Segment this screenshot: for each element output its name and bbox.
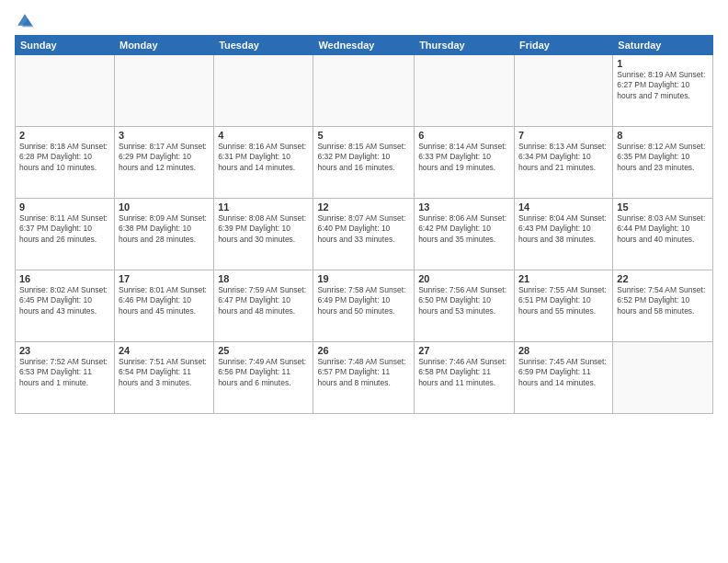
calendar-table: SundayMondayTuesdayWednesdayThursdayFrid… [15, 35, 713, 414]
day-info: Sunrise: 7:55 AM Sunset: 6:51 PM Dayligh… [518, 285, 609, 316]
calendar-cell: 1Sunrise: 8:19 AM Sunset: 6:27 PM Daylig… [613, 55, 713, 127]
calendar-cell: 14Sunrise: 8:04 AM Sunset: 6:43 PM Dayli… [514, 199, 612, 270]
calendar-cell: 3Sunrise: 8:17 AM Sunset: 6:29 PM Daylig… [114, 127, 213, 199]
day-number: 13 [418, 201, 510, 213]
day-number: 6 [418, 130, 510, 141]
day-number: 21 [518, 273, 609, 284]
day-info: Sunrise: 7:51 AM Sunset: 6:54 PM Dayligh… [119, 357, 210, 388]
day-info: Sunrise: 8:18 AM Sunset: 6:28 PM Dayligh… [19, 142, 110, 173]
logo [15, 11, 39, 31]
day-number: 27 [418, 345, 510, 356]
day-number: 8 [617, 130, 709, 141]
calendar-cell: 8Sunrise: 8:12 AM Sunset: 6:35 PM Daylig… [613, 127, 713, 199]
calendar-cell: 22Sunrise: 7:54 AM Sunset: 6:52 PM Dayli… [613, 270, 713, 342]
day-info: Sunrise: 7:56 AM Sunset: 6:50 PM Dayligh… [418, 285, 510, 316]
calendar-cell: 17Sunrise: 8:01 AM Sunset: 6:46 PM Dayli… [114, 270, 213, 342]
day-number: 12 [317, 201, 410, 213]
day-info: Sunrise: 7:46 AM Sunset: 6:58 PM Dayligh… [418, 357, 510, 388]
day-info: Sunrise: 8:04 AM Sunset: 6:43 PM Dayligh… [518, 213, 609, 245]
calendar-cell: 28Sunrise: 7:45 AM Sunset: 6:59 PM Dayli… [514, 342, 612, 414]
day-info: Sunrise: 7:45 AM Sunset: 6:59 PM Dayligh… [518, 357, 609, 388]
calendar-cell: 6Sunrise: 8:14 AM Sunset: 6:33 PM Daylig… [415, 127, 515, 199]
day-info: Sunrise: 8:09 AM Sunset: 6:38 PM Dayligh… [119, 213, 210, 245]
calendar-cell [613, 342, 713, 414]
calendar-cell: 12Sunrise: 8:07 AM Sunset: 6:40 PM Dayli… [313, 199, 415, 270]
weekday-header-monday: Monday [114, 36, 213, 55]
day-info: Sunrise: 8:07 AM Sunset: 6:40 PM Dayligh… [317, 213, 410, 245]
logo-icon [15, 11, 35, 31]
calendar-cell [16, 55, 115, 127]
day-number: 24 [119, 345, 210, 356]
day-info: Sunrise: 7:59 AM Sunset: 6:47 PM Dayligh… [218, 285, 309, 316]
weekday-header-saturday: Saturday [613, 36, 713, 55]
week-row-2: 2Sunrise: 8:18 AM Sunset: 6:28 PM Daylig… [16, 127, 713, 199]
day-number: 1 [617, 58, 709, 69]
day-number: 15 [617, 201, 709, 213]
day-number: 26 [317, 345, 410, 356]
calendar-cell: 4Sunrise: 8:16 AM Sunset: 6:31 PM Daylig… [214, 127, 313, 199]
calendar-cell: 24Sunrise: 7:51 AM Sunset: 6:54 PM Dayli… [114, 342, 213, 414]
weekday-header-tuesday: Tuesday [214, 36, 313, 55]
calendar-cell: 27Sunrise: 7:46 AM Sunset: 6:58 PM Dayli… [415, 342, 515, 414]
day-info: Sunrise: 7:49 AM Sunset: 6:56 PM Dayligh… [218, 357, 309, 388]
week-row-3: 9Sunrise: 8:11 AM Sunset: 6:37 PM Daylig… [16, 199, 713, 270]
week-row-5: 23Sunrise: 7:52 AM Sunset: 6:53 PM Dayli… [16, 342, 713, 414]
day-number: 28 [518, 345, 609, 356]
calendar-cell: 7Sunrise: 8:13 AM Sunset: 6:34 PM Daylig… [514, 127, 612, 199]
calendar-cell: 13Sunrise: 8:06 AM Sunset: 6:42 PM Dayli… [415, 199, 515, 270]
weekday-header-friday: Friday [514, 36, 612, 55]
day-number: 17 [119, 273, 210, 284]
day-info: Sunrise: 7:58 AM Sunset: 6:49 PM Dayligh… [317, 285, 410, 316]
day-number: 14 [518, 201, 609, 213]
day-number: 3 [119, 130, 210, 141]
calendar-cell [415, 55, 515, 127]
day-number: 11 [218, 201, 309, 213]
day-info: Sunrise: 7:52 AM Sunset: 6:53 PM Dayligh… [19, 357, 110, 388]
week-row-1: 1Sunrise: 8:19 AM Sunset: 6:27 PM Daylig… [16, 55, 713, 127]
weekday-header-row: SundayMondayTuesdayWednesdayThursdayFrid… [16, 36, 713, 55]
weekday-header-sunday: Sunday [16, 36, 115, 55]
day-number: 10 [119, 201, 210, 213]
day-number: 5 [317, 130, 410, 141]
day-number: 2 [19, 130, 110, 141]
day-number: 19 [317, 273, 410, 284]
calendar-cell: 11Sunrise: 8:08 AM Sunset: 6:39 PM Dayli… [214, 199, 313, 270]
day-info: Sunrise: 8:13 AM Sunset: 6:34 PM Dayligh… [518, 142, 609, 173]
calendar-cell: 21Sunrise: 7:55 AM Sunset: 6:51 PM Dayli… [514, 270, 612, 342]
day-info: Sunrise: 8:15 AM Sunset: 6:32 PM Dayligh… [317, 142, 410, 173]
calendar-cell: 16Sunrise: 8:02 AM Sunset: 6:45 PM Dayli… [16, 270, 115, 342]
calendar-cell [114, 55, 213, 127]
calendar-cell: 23Sunrise: 7:52 AM Sunset: 6:53 PM Dayli… [16, 342, 115, 414]
calendar-cell: 18Sunrise: 7:59 AM Sunset: 6:47 PM Dayli… [214, 270, 313, 342]
day-number: 20 [418, 273, 510, 284]
calendar-cell: 25Sunrise: 7:49 AM Sunset: 6:56 PM Dayli… [214, 342, 313, 414]
calendar-cell: 19Sunrise: 7:58 AM Sunset: 6:49 PM Dayli… [313, 270, 415, 342]
calendar-cell [514, 55, 612, 127]
calendar-cell: 5Sunrise: 8:15 AM Sunset: 6:32 PM Daylig… [313, 127, 415, 199]
day-number: 23 [19, 345, 110, 356]
day-number: 9 [19, 201, 110, 213]
calendar-cell: 2Sunrise: 8:18 AM Sunset: 6:28 PM Daylig… [16, 127, 115, 199]
day-number: 7 [518, 130, 609, 141]
calendar-cell: 20Sunrise: 7:56 AM Sunset: 6:50 PM Dayli… [415, 270, 515, 342]
day-info: Sunrise: 8:06 AM Sunset: 6:42 PM Dayligh… [418, 213, 510, 245]
calendar-cell: 9Sunrise: 8:11 AM Sunset: 6:37 PM Daylig… [16, 199, 115, 270]
weekday-header-wednesday: Wednesday [313, 36, 415, 55]
calendar-cell: 15Sunrise: 8:03 AM Sunset: 6:44 PM Dayli… [613, 199, 713, 270]
day-info: Sunrise: 8:01 AM Sunset: 6:46 PM Dayligh… [119, 285, 210, 316]
day-number: 25 [218, 345, 309, 356]
week-row-4: 16Sunrise: 8:02 AM Sunset: 6:45 PM Dayli… [16, 270, 713, 342]
calendar-cell: 10Sunrise: 8:09 AM Sunset: 6:38 PM Dayli… [114, 199, 213, 270]
weekday-header-thursday: Thursday [415, 36, 515, 55]
day-info: Sunrise: 8:02 AM Sunset: 6:45 PM Dayligh… [19, 285, 110, 316]
calendar-cell: 26Sunrise: 7:48 AM Sunset: 6:57 PM Dayli… [313, 342, 415, 414]
day-info: Sunrise: 8:17 AM Sunset: 6:29 PM Dayligh… [119, 142, 210, 173]
day-number: 18 [218, 273, 309, 284]
day-info: Sunrise: 8:14 AM Sunset: 6:33 PM Dayligh… [418, 142, 510, 173]
day-info: Sunrise: 7:48 AM Sunset: 6:57 PM Dayligh… [317, 357, 410, 388]
day-info: Sunrise: 8:11 AM Sunset: 6:37 PM Dayligh… [19, 213, 110, 245]
day-info: Sunrise: 8:03 AM Sunset: 6:44 PM Dayligh… [617, 213, 709, 245]
day-number: 4 [218, 130, 309, 141]
day-info: Sunrise: 8:16 AM Sunset: 6:31 PM Dayligh… [218, 142, 309, 173]
day-number: 16 [19, 273, 110, 284]
